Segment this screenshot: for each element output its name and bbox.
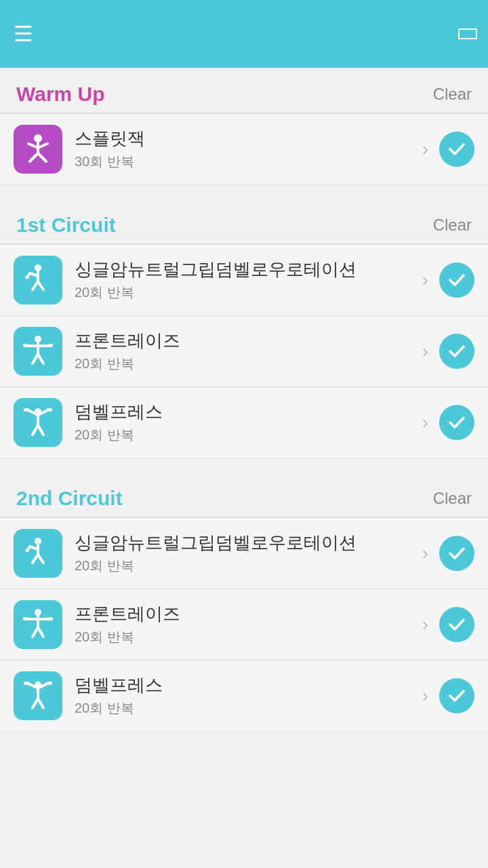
svg-line-51 (38, 698, 43, 708)
svg-rect-10 (25, 276, 29, 279)
section-header-warmup: Warm Up Clear (0, 68, 488, 113)
exercise-reps: 20회 반복 (75, 355, 411, 373)
exercise-item[interactable]: 덤벨프레스 20회 반복 › (0, 660, 488, 732)
exercise-item[interactable]: 싱글암뉴트럴그립덤벨로우로테이션 20회 반복 › (0, 518, 488, 589)
svg-line-27 (33, 425, 38, 435)
svg-rect-33 (25, 549, 29, 552)
section-title-circuit2: 2nd Circuit (16, 487, 123, 510)
clear-button-circuit2[interactable]: Clear (433, 489, 472, 508)
exercise-item[interactable]: 스플릿잭 30회 반복 › (0, 114, 488, 185)
exercise-icon (14, 125, 62, 174)
exercise-info: 싱글암뉴트럴그립덤벨로우로테이션 20회 반복 (75, 532, 411, 576)
exercise-reps: 20회 반복 (75, 628, 411, 646)
section-header-circuit1: 1st Circuit Clear (0, 199, 488, 243)
exercise-name: 싱글암뉴트럴그립덤벨로우로테이션 (75, 258, 411, 281)
exercise-icon (14, 398, 62, 447)
clear-button-circuit1[interactable]: Clear (433, 216, 472, 235)
exercise-reps: 20회 반복 (75, 426, 411, 444)
check-circle[interactable] (439, 607, 474, 642)
exercise-info: 스플릿잭 30회 반복 (75, 127, 411, 172)
exercise-reps: 30회 반복 (75, 153, 411, 171)
svg-line-3 (38, 144, 47, 148)
exercise-icon (14, 327, 62, 376)
svg-line-28 (38, 425, 43, 435)
chevron-right-icon: › (422, 614, 428, 635)
svg-line-35 (38, 555, 43, 563)
svg-line-5 (38, 153, 46, 161)
svg-line-2 (28, 144, 38, 148)
svg-rect-48 (24, 682, 29, 685)
clear-button-warmup[interactable]: Clear (433, 85, 472, 104)
check-circle[interactable] (439, 678, 474, 713)
exercise-item[interactable]: 프론트레이즈 20회 반복 › (0, 589, 488, 660)
exercise-reps: 20회 반복 (75, 283, 411, 302)
svg-rect-49 (47, 682, 52, 685)
exercise-name: 싱글암뉴트럴그립덤벨로우로테이션 (75, 532, 411, 555)
check-circle[interactable] (439, 334, 474, 369)
chevron-right-icon: › (422, 138, 428, 160)
svg-rect-41 (48, 617, 53, 620)
exercise-reps: 20회 반복 (75, 557, 411, 575)
exercise-info: 덤벨프레스 20회 반복 (75, 674, 411, 718)
svg-rect-25 (24, 408, 29, 412)
chevron-right-icon: › (422, 542, 428, 564)
exercise-info: 프론트레이즈 20회 반복 (75, 330, 411, 374)
svg-rect-17 (23, 344, 28, 347)
svg-line-19 (33, 354, 38, 363)
cast-button[interactable] (458, 28, 477, 39)
exercise-name: 프론트레이즈 (75, 330, 411, 353)
section-title-warmup: Warm Up (16, 83, 105, 106)
svg-rect-18 (48, 344, 53, 347)
svg-line-4 (30, 153, 38, 161)
exercise-info: 싱글암뉴트럴그립덤벨로우로테이션 20회 반복 (75, 258, 411, 302)
exercise-icon (14, 529, 62, 578)
chevron-right-icon: › (422, 412, 428, 433)
chevron-right-icon: › (422, 269, 428, 291)
exercise-name: 스플릿잭 (75, 127, 411, 151)
exercise-reps: 20회 반복 (75, 699, 411, 717)
svg-line-42 (33, 627, 38, 637)
exercise-icon (14, 600, 62, 649)
svg-rect-40 (23, 617, 28, 620)
svg-line-50 (33, 698, 38, 708)
chevron-right-icon: › (422, 685, 428, 707)
menu-icon[interactable]: ☰ (14, 21, 33, 47)
exercise-name: 덤벨프레스 (75, 401, 411, 424)
section-title-circuit1: 1st Circuit (16, 214, 116, 237)
check-circle[interactable] (439, 132, 474, 167)
exercise-icon (14, 256, 62, 304)
check-circle[interactable] (439, 262, 474, 298)
section-header-circuit2: 2nd Circuit Clear (0, 472, 488, 517)
exercise-info: 덤벨프레스 20회 반복 (75, 401, 411, 445)
app-header: ☰ (0, 0, 488, 68)
exercise-item[interactable]: 덤벨프레스 20회 반복 › (0, 387, 488, 458)
exercise-info: 프론트레이즈 20회 반복 (75, 603, 411, 647)
exercise-name: 덤벨프레스 (75, 674, 411, 697)
svg-line-20 (38, 354, 43, 363)
svg-line-43 (38, 627, 43, 637)
exercise-item[interactable]: 프론트레이즈 20회 반복 › (0, 316, 488, 387)
exercise-name: 프론트레이즈 (75, 603, 411, 626)
check-circle[interactable] (439, 536, 474, 571)
svg-line-12 (38, 281, 43, 290)
chevron-right-icon: › (422, 340, 428, 362)
svg-rect-26 (47, 408, 52, 412)
exercise-item[interactable]: 싱글암뉴트럴그립덤벨로우로테이션 20회 반복 › (0, 245, 488, 316)
check-circle[interactable] (439, 405, 474, 440)
exercise-icon (14, 671, 62, 720)
